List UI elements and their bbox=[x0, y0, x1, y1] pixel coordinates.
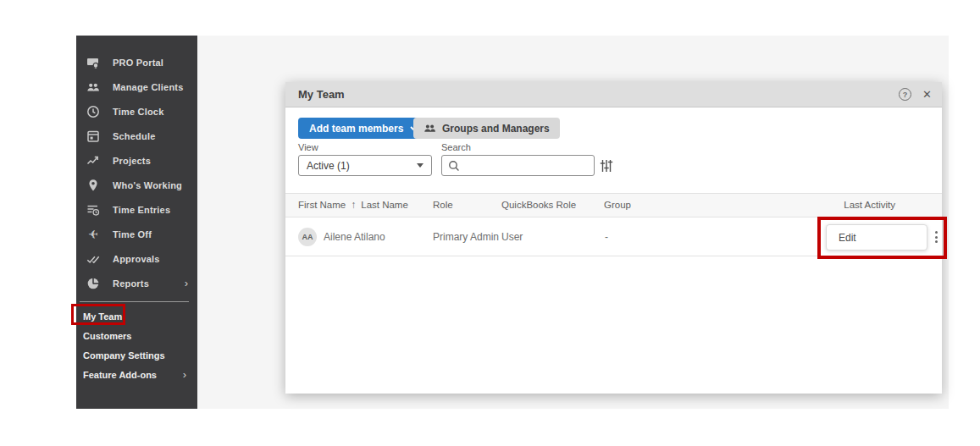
sidebar-item-label: Approvals bbox=[113, 254, 160, 264]
filter-button[interactable] bbox=[596, 156, 617, 176]
search-box bbox=[441, 155, 595, 176]
sidebar: PRO Portal Manage Clients Time Clock Sch… bbox=[76, 36, 197, 409]
filter-sliders-icon bbox=[599, 158, 614, 173]
groups-and-managers-label: Groups and Managers bbox=[442, 123, 550, 135]
column-header-last-activity[interactable]: Last Activity bbox=[844, 194, 895, 217]
sidebar-item-label: Company Settings bbox=[83, 350, 165, 361]
last-name-header: Last Name bbox=[361, 194, 408, 217]
sidebar-item-approvals[interactable]: Approvals bbox=[76, 246, 197, 271]
chevron-right-icon: › bbox=[183, 368, 186, 379]
sidebar-item-time-clock[interactable]: Time Clock bbox=[76, 99, 197, 124]
sidebar-item-company-settings[interactable]: Company Settings bbox=[76, 345, 197, 365]
sidebar-secondary-nav: My Team Customers Company Settings Featu… bbox=[76, 306, 197, 384]
search-icon bbox=[448, 160, 460, 172]
sidebar-divider bbox=[80, 301, 189, 302]
whos-working-icon bbox=[86, 178, 100, 192]
sort-ascending-icon: ↑ bbox=[351, 194, 356, 217]
sidebar-item-label: Customers bbox=[83, 331, 131, 341]
kebab-menu-icon[interactable] bbox=[931, 228, 941, 246]
sidebar-item-label: Schedule bbox=[113, 131, 156, 141]
dropdown-caret-icon bbox=[417, 163, 424, 168]
table-row: AA Ailene Atilano Primary Admin User - E… bbox=[285, 217, 942, 256]
sidebar-item-label: Time Clock bbox=[113, 107, 164, 117]
view-label: View bbox=[298, 142, 318, 152]
cell-role: Primary Admin bbox=[433, 217, 499, 256]
search-input[interactable] bbox=[465, 156, 588, 175]
my-team-modal: My Team ? ✕ Add team members Groups and … bbox=[285, 82, 942, 394]
sidebar-item-whos-working[interactable]: Who's Working bbox=[76, 173, 197, 197]
time-clock-icon bbox=[86, 104, 100, 118]
add-team-members-button[interactable]: Add team members bbox=[298, 118, 429, 139]
sidebar-item-time-off[interactable]: ✈ Time Off bbox=[76, 222, 197, 246]
projects-icon bbox=[86, 153, 100, 168]
column-header-quickbooks-role[interactable]: QuickBooks Role bbox=[501, 194, 576, 217]
sidebar-item-my-team[interactable]: My Team bbox=[76, 306, 197, 326]
sidebar-item-projects[interactable]: Projects bbox=[76, 148, 197, 173]
sidebar-item-label: Time Off bbox=[113, 229, 152, 240]
sidebar-item-manage-clients[interactable]: Manage Clients bbox=[76, 74, 197, 99]
sidebar-item-pro-portal[interactable]: PRO Portal bbox=[76, 50, 197, 74]
sidebar-item-label: Who's Working bbox=[113, 180, 182, 190]
avatar: AA bbox=[298, 228, 317, 246]
pro-portal-icon bbox=[86, 55, 100, 69]
time-entries-icon bbox=[86, 202, 100, 217]
sidebar-item-label: Reports bbox=[113, 278, 149, 289]
schedule-icon bbox=[86, 129, 100, 143]
first-name-header: First Name bbox=[298, 194, 346, 217]
search-label: Search bbox=[441, 142, 471, 152]
reports-icon bbox=[86, 276, 100, 290]
cell-quickbooks-role: User bbox=[501, 217, 523, 256]
sidebar-primary-nav: PRO Portal Manage Clients Time Clock Sch… bbox=[76, 36, 197, 295]
modal-title: My Team bbox=[298, 88, 345, 101]
sidebar-item-label: Manage Clients bbox=[113, 82, 184, 92]
approvals-icon bbox=[86, 251, 100, 266]
sidebar-item-label: Feature Add-ons bbox=[83, 370, 157, 380]
view-select[interactable]: Active (1) bbox=[298, 155, 432, 176]
cell-name: Ailene Atilano bbox=[324, 217, 385, 256]
help-icon[interactable]: ? bbox=[899, 88, 911, 101]
time-off-icon: ✈ bbox=[86, 227, 100, 241]
sidebar-item-time-entries[interactable]: Time Entries bbox=[76, 197, 197, 222]
edit-button[interactable]: Edit bbox=[826, 224, 927, 251]
cell-group: - bbox=[605, 217, 608, 256]
modal-header-icons: ? ✕ bbox=[899, 88, 942, 101]
chevron-right-icon: › bbox=[185, 277, 188, 288]
sidebar-item-label: My Team bbox=[83, 311, 122, 322]
column-header-role[interactable]: Role bbox=[433, 194, 453, 217]
sidebar-item-label: PRO Portal bbox=[113, 58, 163, 68]
table-header: First Name ↑ Last Name Role QuickBooks R… bbox=[285, 193, 942, 217]
sidebar-item-feature-add-ons[interactable]: Feature Add-ons › bbox=[76, 365, 197, 384]
sidebar-item-schedule[interactable]: Schedule bbox=[76, 124, 197, 148]
modal-header: My Team ? ✕ bbox=[285, 82, 942, 107]
close-icon[interactable]: ✕ bbox=[922, 89, 932, 100]
view-select-value: Active (1) bbox=[307, 160, 350, 172]
sidebar-item-label: Time Entries bbox=[113, 205, 170, 215]
manage-clients-icon bbox=[86, 80, 100, 94]
column-header-group[interactable]: Group bbox=[604, 194, 631, 217]
sidebar-item-label: Projects bbox=[113, 156, 151, 166]
add-team-members-label: Add team members bbox=[309, 123, 403, 135]
groups-and-managers-button[interactable]: Groups and Managers bbox=[413, 118, 560, 139]
column-header-name[interactable]: First Name ↑ Last Name bbox=[298, 194, 408, 217]
sidebar-item-customers[interactable]: Customers bbox=[76, 326, 197, 345]
page: PRO Portal Manage Clients Time Clock Sch… bbox=[0, 0, 980, 446]
sidebar-item-reports[interactable]: Reports › bbox=[76, 271, 197, 295]
groups-icon bbox=[424, 122, 436, 135]
